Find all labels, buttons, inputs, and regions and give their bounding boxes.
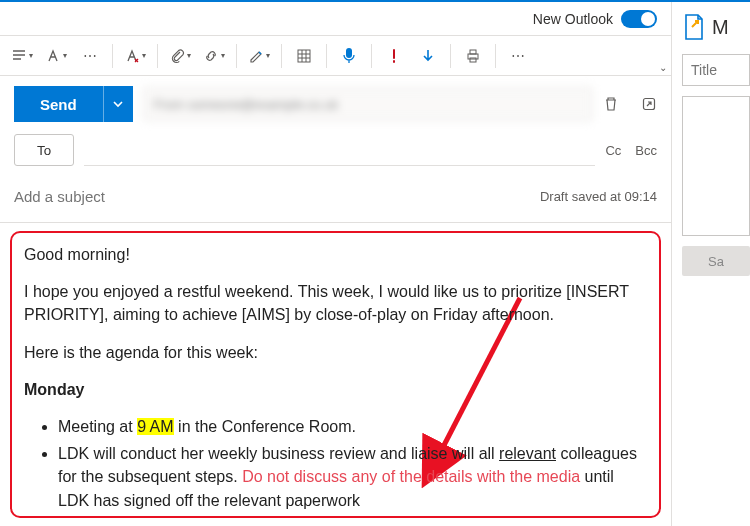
time-highlight: 9 AM: [137, 418, 173, 435]
ribbon-expand-icon[interactable]: ⌄: [659, 62, 667, 73]
clear-format-icon[interactable]: ▾: [119, 40, 151, 72]
email-body[interactable]: Good morning! I hope you enjoyed a restf…: [24, 243, 647, 512]
bcc-button[interactable]: Bcc: [635, 143, 657, 158]
svg-rect-3: [470, 50, 476, 54]
note-title-input[interactable]: [682, 54, 750, 86]
send-row: Send From someone@example.co.uk: [0, 76, 671, 128]
to-button[interactable]: To: [14, 134, 74, 166]
send-button[interactable]: Send: [14, 86, 103, 122]
body-bullet-1: Meeting at 9 AM in the Conference Room.: [58, 415, 647, 438]
body-day-heading: Monday: [24, 378, 647, 401]
new-outlook-label: New Outlook: [533, 11, 613, 27]
dictate-icon[interactable]: [333, 40, 365, 72]
send-split-button[interactable]: [103, 86, 133, 122]
subject-row: Draft saved at 09:14: [0, 172, 671, 223]
more-ribbon-icon[interactable]: ⋯: [502, 40, 534, 72]
ribbon-toolbar: ▾ ▾ ⋯ ▾ ▾ ▾ ▾ ⋯ ⌄: [0, 36, 671, 76]
format-icon[interactable]: ▾: [6, 40, 38, 72]
to-input[interactable]: [84, 134, 595, 166]
svg-rect-0: [298, 50, 310, 62]
right-pane-title: M: [712, 16, 729, 39]
cc-button[interactable]: Cc: [605, 143, 621, 158]
new-outlook-toggle-row: New Outlook: [0, 2, 671, 36]
subject-input[interactable]: [14, 182, 540, 210]
table-icon[interactable]: [288, 40, 320, 72]
toggle-thumb: [641, 12, 655, 26]
new-outlook-toggle[interactable]: [621, 10, 657, 28]
low-importance-icon[interactable]: [412, 40, 444, 72]
font-icon[interactable]: ▾: [40, 40, 72, 72]
right-pane-header: M: [682, 10, 750, 44]
note-body-input[interactable]: [682, 96, 750, 236]
importance-icon[interactable]: [378, 40, 410, 72]
to-row: To Cc Bcc: [0, 128, 671, 172]
attach-icon[interactable]: ▾: [164, 40, 196, 72]
more-format-icon[interactable]: ⋯: [74, 40, 106, 72]
send-button-group: Send: [14, 86, 133, 122]
print-icon[interactable]: [457, 40, 489, 72]
delete-icon[interactable]: [603, 96, 619, 112]
body-area: Good morning! I hope you enjoyed a restf…: [0, 223, 671, 526]
body-agenda-lead: Here is the agenda for this week:: [24, 341, 647, 364]
link-icon[interactable]: ▾: [198, 40, 230, 72]
body-intro: I hope you enjoyed a restful weekend. Th…: [24, 280, 647, 326]
draft-saved-label: Draft saved at 09:14: [540, 189, 657, 204]
signature-icon[interactable]: ▾: [243, 40, 275, 72]
quick-note-icon: [682, 13, 706, 41]
note-save-button[interactable]: Sa: [682, 246, 750, 276]
popout-icon[interactable]: [641, 96, 657, 112]
from-field[interactable]: From someone@example.co.uk: [143, 87, 593, 121]
body-greeting: Good morning!: [24, 243, 647, 266]
body-highlight-box: Good morning! I hope you enjoyed a restf…: [10, 231, 661, 518]
right-pane: M Sa: [672, 2, 750, 526]
body-bullet-2: LDK will conduct her weekly business rev…: [58, 442, 647, 512]
svg-rect-1: [346, 48, 352, 58]
